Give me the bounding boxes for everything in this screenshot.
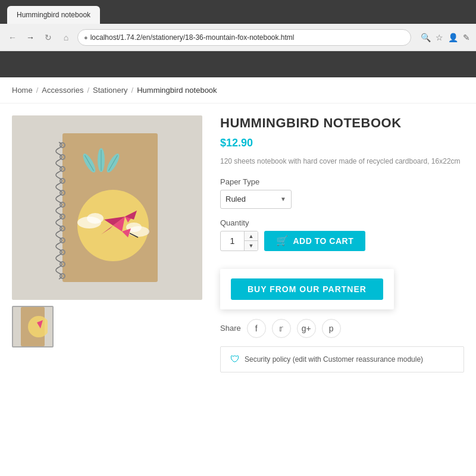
quantity-value: 1 (221, 231, 245, 250)
quantity-arrows: ▲ ▼ (245, 231, 258, 250)
product-title: HUMMINGBIRD NOTEBOOK (220, 115, 464, 131)
breadcrumb-current: Hummingbird notebook (137, 86, 217, 95)
product-container: HUMMINGBIRD NOTEBOOK $12.90 120 sheets n… (0, 104, 476, 384)
search-icon[interactable]: 🔍 (421, 33, 431, 42)
breadcrumb-sep-3: / (131, 86, 134, 95)
quantity-row: 1 ▲ ▼ 🛒 ADD TO CART (220, 231, 464, 251)
svg-point-21 (87, 213, 104, 224)
googleplus-icon: g+ (302, 324, 311, 333)
security-policy-banner: 🛡 Security policy (edit with Customer re… (220, 346, 464, 372)
facebook-icon: f (255, 324, 258, 333)
paper-type-select[interactable]: Ruled ▼ (220, 190, 292, 209)
notebook-illustration (51, 130, 164, 285)
menu-icon[interactable]: ✎ (463, 33, 470, 42)
cart-icon: 🛒 (276, 235, 289, 246)
breadcrumb-sep-1: / (36, 86, 39, 95)
breadcrumb-sep-2: / (87, 86, 89, 95)
partner-section: BUY FROM OUR PARTNER (220, 269, 394, 309)
paper-type-value: Ruled (226, 195, 246, 203)
browser-chrome: Hummingbird notebook ← → ↻ ⌂ ● localhost… (0, 0, 476, 77)
googleplus-share-button[interactable]: g+ (297, 319, 316, 338)
browser-nav-bar: ← → ↻ ⌂ ● localhost/1.74.2/en/stationery… (0, 24, 476, 51)
product-details: HUMMINGBIRD NOTEBOOK $12.90 120 sheets n… (220, 115, 464, 372)
twitter-share-button[interactable]: 𝕣 (272, 319, 291, 338)
profile-icon[interactable]: 👤 (448, 33, 458, 42)
add-to-cart-label: ADD TO CART (293, 236, 354, 246)
back-button[interactable]: ← (6, 31, 19, 44)
pinterest-icon: p (329, 324, 334, 333)
product-price: $12.90 (220, 137, 464, 149)
main-product-image[interactable] (12, 115, 202, 300)
lock-icon: ● (84, 34, 88, 41)
page-wrapper: Home / Accessories / Stationery / Hummin… (0, 77, 476, 476)
share-label: Share (220, 324, 241, 333)
nav-right-icons: 🔍 ☆ 👤 ✎ (421, 33, 470, 42)
buy-partner-label: BUY FROM OUR PARTNER (248, 284, 367, 294)
product-thumbnails (12, 306, 202, 347)
quantity-down-button[interactable]: ▼ (245, 241, 258, 250)
url-text: localhost/1.74.2/en/stationery/18-36-mou… (90, 33, 295, 42)
security-shield-icon: 🛡 (230, 354, 240, 365)
select-arrow-icon: ▼ (280, 196, 286, 202)
paper-type-label: Paper Type (220, 177, 464, 186)
address-bar[interactable]: ● localhost/1.74.2/en/stationery/18-36-m… (77, 29, 411, 46)
product-image-section (12, 115, 202, 372)
breadcrumb-accessories[interactable]: Accessories (42, 86, 83, 95)
home-button[interactable]: ⌂ (60, 31, 73, 44)
quantity-input-wrapper: 1 ▲ ▼ (220, 231, 258, 251)
facebook-share-button[interactable]: f (247, 319, 266, 338)
star-icon[interactable]: ☆ (436, 33, 443, 42)
quantity-up-button[interactable]: ▲ (245, 231, 258, 242)
quantity-section: Quantity 1 ▲ ▼ 🛒 ADD TO CART (220, 218, 464, 251)
buy-from-partner-button[interactable]: BUY FROM OUR PARTNER (231, 278, 383, 300)
breadcrumb: Home / Accessories / Stationery / Hummin… (0, 77, 476, 104)
twitter-icon: 𝕣 (279, 324, 283, 333)
breadcrumb-home[interactable]: Home (12, 86, 33, 95)
browser-tab[interactable]: Hummingbird notebook (7, 6, 100, 24)
add-to-cart-button[interactable]: 🛒 ADD TO CART (264, 231, 365, 251)
tab-title: Hummingbird notebook (17, 11, 90, 19)
product-description: 120 sheets notebook with hard cover made… (220, 156, 464, 167)
security-policy-text: Security policy (edit with Customer reas… (245, 355, 423, 364)
browser-title-bar: Hummingbird notebook (0, 0, 476, 24)
pinterest-share-button[interactable]: p (322, 319, 341, 338)
quantity-label: Quantity (220, 218, 464, 227)
breadcrumb-stationery[interactable]: Stationery (93, 86, 128, 95)
thumbnail-1[interactable] (12, 306, 54, 347)
refresh-button[interactable]: ↻ (42, 31, 55, 44)
forward-button[interactable]: → (24, 31, 37, 44)
share-section: Share f 𝕣 g+ p (220, 319, 464, 338)
